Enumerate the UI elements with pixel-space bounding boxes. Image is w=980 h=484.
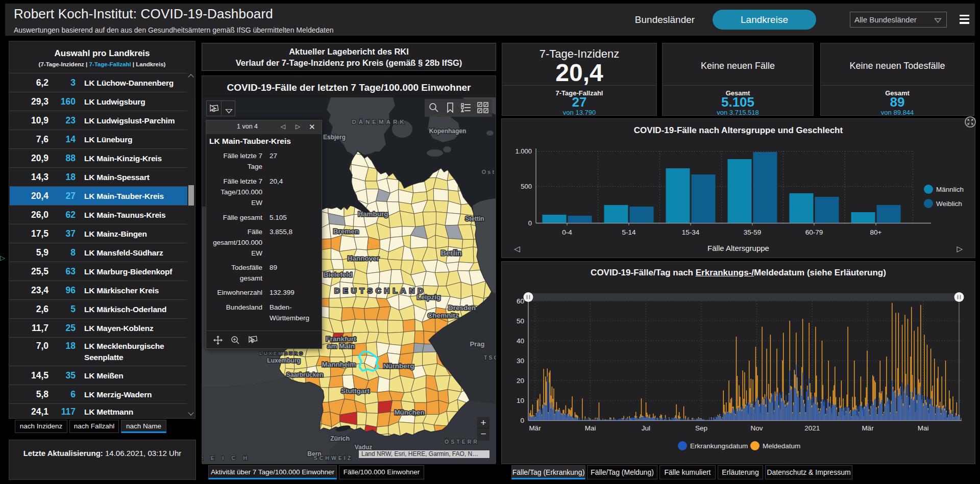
svg-text:1.000: 1.000	[515, 147, 532, 155]
svg-text:Mär: Mär	[862, 424, 874, 432]
svg-text:Bielefeld: Bielefeld	[324, 271, 352, 278]
svg-text:Stuttgart: Stuttgart	[341, 387, 370, 395]
svg-text:Bremen: Bremen	[333, 227, 359, 235]
svg-text:Chemnitz: Chemnitz	[428, 312, 459, 319]
svg-text:0-4: 0-4	[562, 228, 572, 236]
svg-text:ÖSTERR: ÖSTERR	[445, 439, 479, 445]
svg-text:40: 40	[517, 337, 524, 345]
svg-text:0: 0	[528, 219, 532, 227]
svg-text:Nov: Nov	[751, 424, 763, 432]
svg-text:50: 50	[517, 317, 524, 325]
svg-text:Berlin: Berlin	[440, 249, 461, 257]
svg-text:DEUTSCHLAND: DEUTSCHLAND	[334, 286, 426, 295]
svg-text:Meldedatum: Meldedatum	[763, 442, 800, 450]
svg-text:LUXEMBURG: LUXEMBURG	[259, 350, 304, 356]
svg-text:Luxemburg: Luxemburg	[267, 357, 300, 364]
svg-text:Saarbrücken: Saarbrücken	[286, 371, 324, 378]
svg-text:Mär: Mär	[529, 424, 541, 432]
svg-text:15-34: 15-34	[682, 228, 700, 236]
svg-text:Kopenhagen: Kopenhagen	[429, 128, 467, 135]
svg-text:Stettin: Stettin	[465, 215, 484, 222]
svg-text:Sep: Sep	[695, 424, 707, 432]
svg-text:0: 0	[520, 417, 524, 424]
svg-text:Weiblich: Weiblich	[936, 200, 962, 208]
svg-text:Männlich: Männlich	[936, 186, 964, 193]
svg-text:20: 20	[517, 377, 524, 385]
svg-text:am Main: am Main	[327, 342, 355, 350]
svg-text:Jul: Jul	[642, 424, 650, 432]
svg-text:München: München	[394, 409, 424, 416]
svg-text:Hannover: Hannover	[348, 254, 380, 262]
svg-text:Zürich: Zürich	[330, 435, 350, 442]
svg-text:5-14: 5-14	[622, 228, 636, 236]
svg-text:DÄNEMARK: DÄNEMARK	[352, 119, 406, 125]
svg-text:10: 10	[517, 397, 524, 404]
svg-text:R E I C H: R E I C H	[202, 455, 250, 461]
svg-text:Osts: Osts	[482, 169, 496, 175]
svg-text:Erkrankungsdatum: Erkrankungsdatum	[690, 442, 748, 450]
svg-text:Vaduz: Vaduz	[355, 444, 373, 451]
svg-text:2021: 2021	[804, 424, 820, 432]
svg-text:Frankfurt: Frankfurt	[326, 335, 356, 343]
svg-text:30: 30	[517, 357, 524, 365]
svg-text:Mai: Mai	[585, 424, 596, 432]
svg-text:80+: 80+	[870, 228, 882, 236]
svg-text:60-79: 60-79	[805, 228, 823, 236]
svg-text:SCHWEIZ: SCHWEIZ	[314, 455, 353, 461]
svg-text:TSC: TSC	[484, 354, 496, 361]
svg-text:60: 60	[517, 297, 524, 305]
svg-text:500: 500	[521, 183, 532, 190]
svg-text:Hamburg: Hamburg	[358, 210, 388, 218]
svg-text:Prag: Prag	[470, 340, 485, 348]
svg-text:Nürnberg: Nürnberg	[383, 362, 414, 370]
svg-text:35-59: 35-59	[744, 228, 762, 236]
svg-text:Mannheim: Mannheim	[322, 361, 356, 368]
svg-text:Dresden: Dresden	[448, 304, 476, 312]
svg-text:Esbjerg: Esbjerg	[323, 134, 346, 141]
svg-text:Mai: Mai	[918, 424, 929, 432]
